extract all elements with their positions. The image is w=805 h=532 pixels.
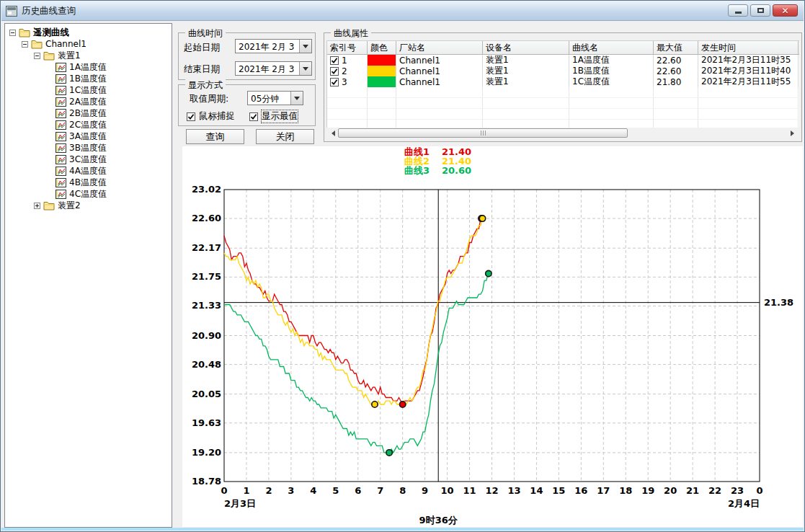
folder-icon <box>43 51 55 61</box>
tree-item[interactable]: 3C温度值 <box>6 154 170 165</box>
tree-item[interactable]: 2C温度值 <box>6 119 170 130</box>
tree-item[interactable]: 遥测曲线 <box>6 27 170 38</box>
mouse-capture-checkbox[interactable]: 鼠标捕捉 <box>187 110 235 123</box>
query-button[interactable]: 查询 <box>186 129 244 144</box>
row-checkbox[interactable] <box>330 67 339 76</box>
x-tick-label: 4 <box>304 485 323 496</box>
close-icon: ✕ <box>781 6 788 15</box>
tree-item-label: 1B温度值 <box>69 73 107 85</box>
tree-item[interactable]: 3A温度值 <box>6 130 170 142</box>
tree-item[interactable]: 3B温度值 <box>6 142 170 154</box>
x-tick-label: 20 <box>661 485 680 496</box>
tree-item[interactable]: 1B温度值 <box>6 73 170 84</box>
table-header-cell[interactable]: 颜色 <box>368 41 396 54</box>
minimize-button[interactable] <box>728 4 748 17</box>
tree-item[interactable]: 4B温度值 <box>6 177 170 188</box>
scroll-right-icon[interactable] <box>788 128 799 138</box>
y-tick-label: 20.05 <box>184 389 221 399</box>
table-row[interactable]: 2Channel1装置11B温度值22.602021年2月3日11时40 <box>327 66 799 76</box>
end-date-combobox[interactable]: 2021年 2月 3 <box>235 61 312 76</box>
show-extremes-checkbox[interactable]: 显示最值 <box>249 110 298 123</box>
tree-item[interactable]: 2A温度值 <box>6 96 170 107</box>
check-icon <box>250 113 257 120</box>
x-tick-label: 21 <box>683 485 702 496</box>
curve-icon <box>55 190 66 199</box>
tree-item-label: 1C温度值 <box>69 84 107 97</box>
period-combobox[interactable]: 05分钟 <box>247 91 303 105</box>
min-marker-2 <box>372 402 378 407</box>
period-drop-button[interactable] <box>290 92 303 105</box>
tree-item[interactable]: 4C温度值 <box>6 188 170 200</box>
tree-item[interactable]: Channel1 <box>6 38 170 50</box>
tree-item-label: 3B温度值 <box>69 142 107 154</box>
checkbox-icon[interactable] <box>249 112 258 121</box>
scrollbar-thumb[interactable] <box>338 128 628 138</box>
tree-item[interactable]: 4A温度值 <box>6 165 170 177</box>
row-checkbox[interactable] <box>330 56 339 65</box>
display-groupbox: 显示方式 取值周期: 05分钟 鼠标捕捉 显示最值 <box>178 84 316 126</box>
device-cell: 装置1 <box>483 76 569 87</box>
table-row[interactable]: 1Channel1装置11A温度值22.602021年2月3日11时35 <box>327 55 799 66</box>
collapse-icon[interactable] <box>34 53 40 59</box>
curve-icon <box>55 155 66 164</box>
table-hscrollbar[interactable] <box>326 128 799 138</box>
curve-table: 索引号颜色厂站名设备名曲线名最大值发生时间1Channel1装置11A温度值22… <box>326 40 799 130</box>
tree-item-label: 4A温度值 <box>69 165 107 177</box>
x-tick-label: 17 <box>594 485 613 496</box>
y-tick-label: 19.20 <box>184 447 221 458</box>
y-tick-label: 23.02 <box>184 184 221 195</box>
table-header-cell[interactable]: 最大值 <box>654 41 698 54</box>
x-tick-label: 2 <box>259 485 278 496</box>
row-index-cell: 2 <box>327 66 368 76</box>
title-bar[interactable]: 历史曲线查询 ✕ <box>1 1 804 21</box>
series-line-3 <box>224 274 489 453</box>
x-tick-label: 6 <box>349 485 368 496</box>
x-tick-label: 0 <box>215 485 234 496</box>
tree-item[interactable]: 1A温度值 <box>6 61 170 73</box>
tree-item[interactable]: 2B温度值 <box>6 107 170 119</box>
table-header-cell[interactable]: 厂站名 <box>396 41 483 54</box>
table-empty-row <box>327 109 799 120</box>
close-button[interactable]: ✕ <box>773 4 798 17</box>
collapse-icon[interactable] <box>22 41 28 48</box>
app-window: 历史曲线查询 ✕ 遥测曲线Channel1装置11A温度值1B温度值1C温度值2… <box>0 0 805 532</box>
series-line-1 <box>224 218 482 404</box>
chart-panel[interactable]: 曲线121.40曲线221.40曲线320.6023.0222.6022.172… <box>182 146 803 527</box>
min-marker-1 <box>399 402 405 407</box>
y-tick-label: 22.17 <box>184 242 221 253</box>
table-header-cell[interactable]: 设备名 <box>483 41 569 54</box>
tree-item[interactable]: 1C温度值 <box>6 84 170 96</box>
color-swatch <box>368 55 396 66</box>
table-header-cell[interactable]: 曲线名 <box>569 41 654 54</box>
table-header-cell[interactable]: 发生时间 <box>698 41 799 54</box>
period-label: 取值周期: <box>190 93 228 105</box>
close-dialog-button[interactable]: 关闭 <box>256 129 314 144</box>
start-date-drop-button[interactable] <box>299 40 311 53</box>
row-checkbox[interactable] <box>330 78 339 87</box>
tree-item[interactable]: 装置2 <box>6 200 170 211</box>
color-cell <box>368 76 396 87</box>
end-date-label: 结束日期 <box>184 63 220 76</box>
checkbox-icon[interactable] <box>187 112 195 121</box>
tree-item-label: 装置2 <box>58 200 81 212</box>
end-date-drop-button[interactable] <box>299 62 311 75</box>
tree-item[interactable]: 装置1 <box>6 50 170 61</box>
chart-canvas[interactable] <box>182 146 803 527</box>
table-row[interactable]: 3Channel1装置11C温度值21.802021年2月3日11时55 <box>327 76 799 87</box>
curve-icon <box>55 86 66 95</box>
collapse-icon[interactable] <box>9 30 16 36</box>
maximize-button[interactable] <box>750 4 770 17</box>
date-right-label: 2月4日 <box>728 497 760 510</box>
curve-icon <box>55 120 66 130</box>
minimize-icon <box>735 12 742 14</box>
start-date-combobox[interactable]: 2021年 2月 3 <box>235 39 312 53</box>
scroll-left-icon[interactable] <box>326 128 337 138</box>
y-tick-label: 20.90 <box>184 330 221 341</box>
x-tick-label: 1 <box>237 485 256 496</box>
check-icon <box>331 57 338 64</box>
table-header-cell[interactable]: 索引号 <box>327 41 368 54</box>
x-tick-label: 3 <box>282 485 301 496</box>
x-tick-label: 14 <box>527 485 546 496</box>
expand-icon[interactable] <box>34 203 40 209</box>
row-index: 3 <box>342 77 347 87</box>
